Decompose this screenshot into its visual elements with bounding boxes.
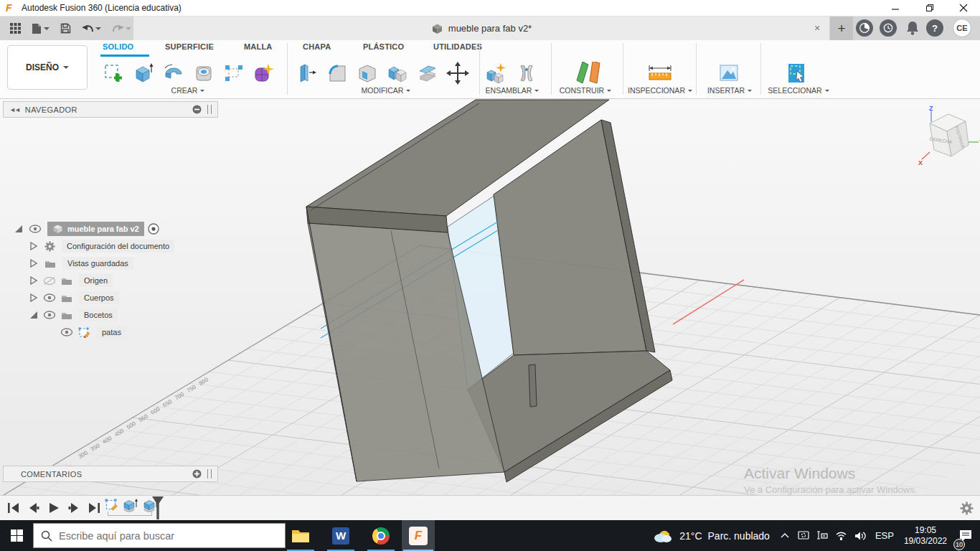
insert-canvas-button[interactable] xyxy=(716,60,742,87)
viewport-canvas[interactable]: 300350400450500550600650700750800 Z X xyxy=(0,99,980,495)
collapse-panel-icon[interactable]: ◄◄ xyxy=(9,106,19,113)
document-tab[interactable]: mueble para fab v2* × xyxy=(133,17,829,40)
tab-close-button[interactable]: × xyxy=(811,22,824,34)
tree-row-saved-views[interactable]: Vistas guardadas xyxy=(3,255,218,272)
group-modificar-dropdown[interactable]: MODIFICAR xyxy=(357,86,415,95)
extrude-button[interactable] xyxy=(131,60,156,87)
group-seleccionar-dropdown[interactable]: SELECCIONAR xyxy=(765,86,832,95)
tree-row-bodies[interactable]: Cuerpos xyxy=(3,289,218,306)
tree-row-origin[interactable]: Origen xyxy=(3,272,218,289)
collapsed-triangle-icon[interactable] xyxy=(30,276,37,285)
skip-to-end-button[interactable] xyxy=(86,499,102,517)
create-form-button[interactable] xyxy=(251,60,277,87)
panel-collapse-icon[interactable] xyxy=(192,105,202,114)
collapsed-triangle-icon[interactable] xyxy=(30,259,37,268)
tab-chapa[interactable]: CHAPA xyxy=(303,42,331,51)
close-button[interactable] xyxy=(953,0,974,16)
tree-row-patas[interactable]: patas xyxy=(3,324,218,341)
language-indicator[interactable]: ESP xyxy=(875,530,894,541)
start-button[interactable] xyxy=(0,520,33,551)
save-button[interactable] xyxy=(56,20,75,37)
tray-chevron-icon[interactable] xyxy=(780,532,790,539)
new-tab-button[interactable]: + xyxy=(830,17,853,40)
weather-temp[interactable]: 21°C xyxy=(679,530,702,542)
move-copy-button[interactable] xyxy=(445,60,471,87)
taskbar-search[interactable] xyxy=(33,523,286,548)
weather-icon[interactable] xyxy=(652,528,674,544)
job-status-button[interactable] xyxy=(880,19,897,37)
model-cabinet-body[interactable] xyxy=(306,100,672,482)
group-ensamblar-dropdown[interactable]: ENSAMBLAR xyxy=(482,86,542,95)
eye-visible-icon[interactable] xyxy=(29,225,42,233)
shell-button[interactable] xyxy=(354,60,380,87)
eye-hidden-icon[interactable] xyxy=(43,276,56,286)
expand-triangle-icon[interactable] xyxy=(29,311,38,319)
restore-button[interactable] xyxy=(919,0,941,16)
panel-grip-handle[interactable] xyxy=(207,105,212,114)
collapsed-triangle-icon[interactable] xyxy=(30,293,37,302)
undo-button[interactable] xyxy=(77,20,105,37)
revolve-button[interactable] xyxy=(161,60,187,87)
action-center-button[interactable]: 10 xyxy=(958,529,973,542)
group-insertar-dropdown[interactable]: INSERTAR xyxy=(705,86,755,95)
timeline-extrude-item-1[interactable] xyxy=(123,499,138,512)
tab-solido[interactable]: SOLIDO xyxy=(103,42,133,51)
tab-superficie[interactable]: SUPERFICIE xyxy=(165,42,214,51)
skip-to-start-button[interactable] xyxy=(6,499,22,517)
step-forward-button[interactable] xyxy=(66,499,82,517)
app-grid-button[interactable] xyxy=(6,20,24,37)
group-construir-dropdown[interactable]: CONSTRUIR xyxy=(557,86,614,95)
taskbar-chrome[interactable] xyxy=(364,520,397,551)
create-sketch-button[interactable] xyxy=(100,60,126,87)
joint-button[interactable] xyxy=(514,60,540,87)
hole-button[interactable] xyxy=(191,60,217,87)
group-crear-dropdown[interactable]: CREAR xyxy=(166,86,209,95)
file-menu-button[interactable] xyxy=(27,20,53,37)
search-input[interactable] xyxy=(59,530,260,542)
press-pull-button[interactable] xyxy=(294,60,320,87)
taskbar-fusion[interactable]: F xyxy=(402,520,435,551)
input-indicator-icon[interactable] xyxy=(816,531,828,540)
construct-plane-button[interactable] xyxy=(568,60,608,87)
eye-visible-icon[interactable] xyxy=(60,328,73,336)
expand-triangle-icon[interactable] xyxy=(14,225,23,233)
tree-row-root[interactable]: mueble para fab v2 xyxy=(3,220,218,237)
comments-header[interactable]: COMENTARIOS xyxy=(3,466,218,482)
navigator-header[interactable]: ◄◄ NAVEGADOR xyxy=(3,101,218,118)
account-avatar[interactable]: CE xyxy=(953,19,971,37)
notifications-button[interactable] xyxy=(905,20,920,36)
activate-radio-icon[interactable] xyxy=(148,223,159,235)
tree-row-doc-settings[interactable]: Configuración del documento xyxy=(3,237,218,255)
taskbar-file-explorer[interactable] xyxy=(284,520,317,551)
eye-visible-icon[interactable] xyxy=(43,311,56,319)
root-item[interactable]: mueble para fab v2 xyxy=(47,222,144,236)
tree-row-sketches[interactable]: Bocetos xyxy=(3,306,218,324)
taskbar-clock[interactable]: 19:05 19/03/2022 xyxy=(904,525,947,547)
taskbar-word[interactable]: W xyxy=(324,520,357,551)
panel-grip-handle[interactable] xyxy=(207,469,212,479)
timeline-sketch-item[interactable] xyxy=(105,499,118,512)
settings-gear-button[interactable] xyxy=(960,501,974,515)
play-button[interactable] xyxy=(46,499,62,517)
volume-icon[interactable] xyxy=(854,531,867,541)
weather-desc[interactable]: Parc. nublado xyxy=(708,530,770,542)
collapsed-triangle-icon[interactable] xyxy=(30,242,37,250)
step-back-button[interactable] xyxy=(26,499,42,517)
fillet-button[interactable] xyxy=(324,60,350,87)
select-button[interactable] xyxy=(783,60,809,87)
wifi-icon[interactable] xyxy=(835,531,847,540)
eye-visible-icon[interactable] xyxy=(43,293,56,302)
redo-button[interactable] xyxy=(108,20,135,37)
offset-face-button[interactable] xyxy=(415,60,440,87)
extensions-button[interactable] xyxy=(856,19,873,37)
panel-expand-icon[interactable] xyxy=(192,469,202,479)
measure-button[interactable] xyxy=(644,60,676,87)
tab-malla[interactable]: MALLA xyxy=(244,42,273,51)
box-primitive-button[interactable] xyxy=(221,60,247,87)
cast-icon[interactable] xyxy=(798,531,809,540)
minimize-button[interactable] xyxy=(885,0,906,16)
tab-utilidades[interactable]: UTILIDADES xyxy=(433,42,482,51)
group-inspeccionar-dropdown[interactable]: INSPECCIONAR xyxy=(626,86,694,95)
workspace-selector[interactable]: DISEÑO xyxy=(7,45,88,90)
combine-button[interactable] xyxy=(385,60,410,87)
